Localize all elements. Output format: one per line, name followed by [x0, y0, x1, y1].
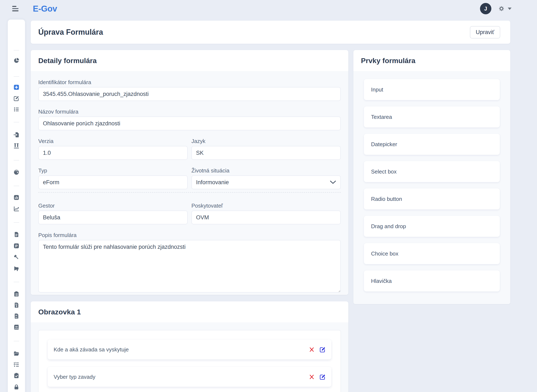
sidebar-item-chart-bar[interactable] [8, 195, 25, 201]
provider-label: Poskytovateľ [191, 202, 341, 209]
sidebar-item-form-list[interactable] [8, 106, 25, 112]
list-check-icon [14, 361, 19, 367]
field-provider: Poskytovateľ [191, 202, 341, 224]
list-item-label: Vyber typ zavady [54, 374, 308, 380]
parking-icon: P [14, 243, 19, 249]
section-divider [38, 192, 341, 193]
chevron-down-icon [508, 8, 512, 10]
clipboard-check-icon [14, 373, 19, 378]
sidebar-item-file-contract[interactable] [8, 313, 25, 319]
list-item[interactable]: Kde a aká závada sa vyskytuje [48, 340, 331, 359]
sidebar-item-vials[interactable] [8, 143, 25, 149]
life-situation-select[interactable]: Informovanie [191, 175, 341, 189]
sidebar-item-globe[interactable] [8, 169, 25, 175]
book-icon [14, 324, 19, 330]
delete-button[interactable] [308, 374, 315, 380]
description-textarea[interactable]: Tento formulár slúži pre nahlasovanie po… [38, 240, 341, 293]
element-item-drag-and-drop[interactable]: Drag and drop [364, 216, 500, 237]
sidebar-item-book[interactable] [8, 324, 25, 330]
sidebar-item-file-import[interactable] [8, 132, 25, 138]
sidebar-item-list-check[interactable] [8, 361, 25, 367]
field-identifier: Identifikátor formulára [38, 79, 341, 101]
element-item-datepicker[interactable]: Datepicker [364, 134, 500, 155]
chevron-down-icon [330, 180, 336, 184]
sidebar-item-file-lines[interactable] [8, 232, 25, 238]
delete-x-icon [308, 346, 315, 353]
chart-bar-icon [14, 195, 19, 201]
element-item-choice-box[interactable]: Choice box [364, 243, 500, 264]
element-item-select-box[interactable]: Select box [364, 161, 500, 182]
file-lines-icon [14, 232, 19, 238]
delete-button[interactable] [308, 346, 315, 353]
form-details-card: Detaily formulára Identifikátor formulár… [31, 50, 348, 295]
version-label: Verzia [38, 138, 188, 144]
edit-button[interactable] [319, 373, 326, 380]
type-input[interactable] [38, 175, 188, 189]
sidebar: P [8, 19, 25, 392]
megaphone-icon [14, 266, 19, 271]
sidebar-item-clipboard-list[interactable] [8, 291, 25, 297]
field-version: Verzia [38, 138, 188, 160]
chart-line-icon [14, 206, 19, 212]
form-details-body: Identifikátor formulára Názov formulára … [31, 71, 348, 295]
screen-1-title: Obrazovka 1 [38, 308, 81, 316]
form-name-input[interactable] [38, 117, 341, 130]
avatar[interactable]: J [480, 3, 491, 14]
menu-toggle-icon[interactable] [12, 6, 19, 11]
theme-menu[interactable] [497, 5, 512, 13]
sidebar-item-folder-open[interactable] [8, 350, 25, 356]
sidebar-item-chart-line[interactable] [8, 206, 25, 212]
sidebar-item-megaphone[interactable] [8, 266, 25, 271]
file-invoice-dollar-icon: $ [14, 302, 19, 308]
svg-text:P: P [15, 244, 18, 248]
sidebar-item-pie-chart[interactable] [8, 58, 25, 64]
topbar-right: J [480, 0, 512, 17]
field-life-situation: Životná situácia Informovanie [191, 167, 341, 189]
element-item-header[interactable]: Hlavička [364, 271, 500, 291]
element-item-radio-button[interactable]: Radio button [364, 188, 500, 210]
list-item-label: Kde a aká závada sa vyskytuje [54, 346, 308, 353]
page-header-card: Úprava Formulára Upraviť [31, 21, 510, 44]
language-input[interactable] [191, 146, 341, 160]
description-label: Popis formulára [38, 232, 341, 238]
edit-button[interactable] [319, 346, 326, 353]
plus-square-icon [14, 84, 19, 90]
gestor-input[interactable] [38, 210, 188, 224]
sidebar-item-edit-form[interactable] [8, 95, 25, 101]
edit-pen-square-icon [319, 346, 326, 353]
lock-icon [14, 384, 19, 390]
form-details-title: Detaily formulára [38, 56, 97, 65]
element-item-input[interactable]: Input [364, 79, 500, 100]
life-situation-label: Životná situácia [191, 167, 341, 174]
identifier-label: Identifikátor formulára [38, 79, 341, 85]
sidebar-item-add-form[interactable] [8, 84, 25, 90]
language-label: Jazyk [191, 138, 341, 144]
list-icon [14, 106, 19, 112]
sidebar-item-gavel[interactable] [8, 254, 25, 260]
element-item-textarea[interactable]: Textarea [364, 106, 500, 127]
app-root: E-Gov J [0, 0, 537, 392]
edit-form-button[interactable]: Upraviť [470, 26, 500, 38]
folder-open-icon [14, 350, 19, 356]
form-details-header: Detaily formulára [31, 50, 348, 71]
sidebar-item-lock[interactable] [8, 384, 25, 390]
pie-chart-icon [14, 58, 19, 64]
sidebar-item-file-invoice-dollar[interactable]: $ [8, 302, 25, 308]
sidebar-item-parking[interactable]: P [8, 243, 25, 249]
screen-1-header: Obrazovka 1 [31, 301, 348, 322]
list-item[interactable]: Vyber typ zavady [48, 367, 331, 387]
identifier-input[interactable] [38, 87, 341, 101]
list-item-actions [308, 346, 326, 353]
screen-1-card: Obrazovka 1 Kde a aká závada sa vyskytuj… [31, 301, 348, 392]
gavel-icon [14, 254, 19, 260]
delete-x-icon [308, 374, 315, 380]
version-input[interactable] [38, 146, 188, 160]
list-item-actions [308, 373, 326, 380]
app-logo[interactable]: E-Gov [33, 4, 57, 14]
provider-input[interactable] [191, 210, 341, 224]
sidebar-item-clipboard-check[interactable] [8, 373, 25, 378]
life-situation-value: Informovanie [196, 179, 229, 186]
sun-icon [497, 5, 506, 13]
form-elements-card: Prvky formulára Input Textarea Datepicke… [353, 50, 510, 304]
topbar: E-Gov J [0, 0, 537, 17]
